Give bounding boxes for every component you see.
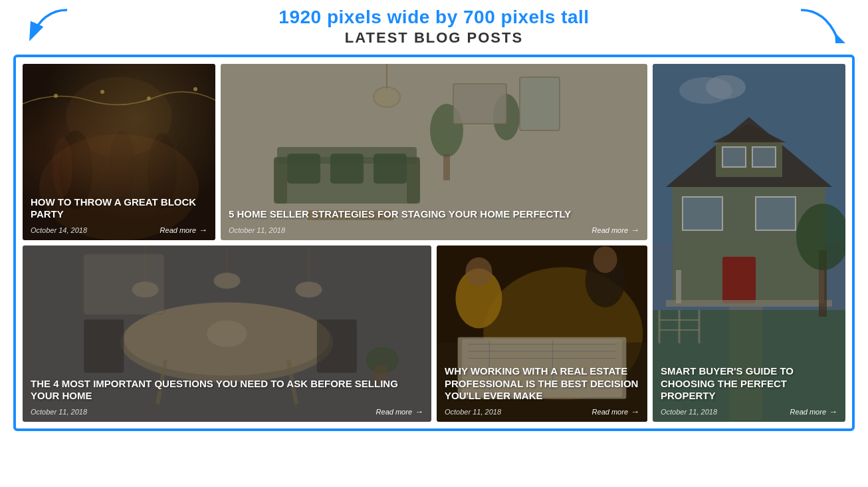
card-title-block-party: HOW TO THROW A GREAT BLOCK PARTY [31, 196, 207, 222]
card-content-staging: 5 HOME SELLER STRATEGIES FOR STAGING YOU… [221, 202, 647, 240]
card-title-staging: 5 HOME SELLER STRATEGIES FOR STAGING YOU… [229, 208, 639, 221]
card-title-selling: THE 4 MOST IMPORTANT QUESTIONS YOU NEED … [31, 378, 423, 403]
arrow-icon: → [829, 406, 837, 416]
card-date-staging: October 11, 2018 [229, 226, 285, 234]
dimension-label: 1920 pixels wide by 700 pixels tall [13, 7, 855, 28]
card-title-realtor: WHY WORKING WITH A REAL ESTATE PROFESSIO… [445, 365, 639, 403]
card-footer-house: October 11, 2018 Read more → [661, 406, 837, 416]
card-block-party[interactable]: HOW TO THROW A GREAT BLOCK PARTY October… [23, 64, 215, 240]
card-title-house: SMART BUYER'S GUIDE TO CHOOSING THE PERF… [661, 365, 837, 403]
read-more-staging[interactable]: Read more → [592, 225, 639, 235]
page-wrapper: 1920 pixels wide by 700 pixels tall LATE… [0, 0, 868, 444]
card-date-realtor: October 11, 2018 [445, 408, 501, 416]
card-content-realtor: WHY WORKING WITH A REAL ESTATE PROFESSIO… [437, 359, 647, 422]
arrow-icon: → [631, 406, 639, 416]
card-content-house: SMART BUYER'S GUIDE TO CHOOSING THE PERF… [653, 359, 845, 422]
card-staging[interactable]: 5 HOME SELLER STRATEGIES FOR STAGING YOU… [221, 64, 647, 240]
card-content-block-party: HOW TO THROW A GREAT BLOCK PARTY October… [23, 190, 215, 241]
card-footer-selling: October 11, 2018 Read more → [31, 406, 423, 416]
card-footer-staging: October 11, 2018 Read more → [229, 225, 639, 235]
card-date-block-party: October 14, 2018 [31, 226, 87, 234]
card-footer-realtor: October 11, 2018 Read more → [445, 406, 639, 416]
page-header: 1920 pixels wide by 700 pixels tall LATE… [13, 7, 855, 47]
card-footer-block-party: October 14, 2018 Read more → [31, 225, 207, 235]
card-selling[interactable]: THE 4 MOST IMPORTANT QUESTIONS YOU NEED … [23, 245, 431, 422]
blog-grid: HOW TO THROW A GREAT BLOCK PARTY October… [13, 55, 855, 431]
card-realtor[interactable]: WHY WORKING WITH A REAL ESTATE PROFESSIO… [437, 245, 647, 422]
arrow-icon: → [631, 225, 639, 235]
section-title: LATEST BLOG POSTS [13, 29, 855, 47]
read-more-block-party[interactable]: Read more → [160, 225, 207, 235]
card-date-house: October 11, 2018 [661, 408, 717, 416]
card-house[interactable]: SMART BUYER'S GUIDE TO CHOOSING THE PERF… [653, 64, 845, 422]
card-content-selling: THE 4 MOST IMPORTANT QUESTIONS YOU NEED … [23, 371, 431, 422]
read-more-selling[interactable]: Read more → [376, 406, 423, 416]
read-more-house[interactable]: Read more → [790, 406, 837, 416]
arrow-icon: → [199, 225, 207, 235]
card-date-selling: October 11, 2018 [31, 408, 87, 416]
read-more-realtor[interactable]: Read more → [592, 406, 639, 416]
arrow-icon: → [415, 406, 423, 416]
